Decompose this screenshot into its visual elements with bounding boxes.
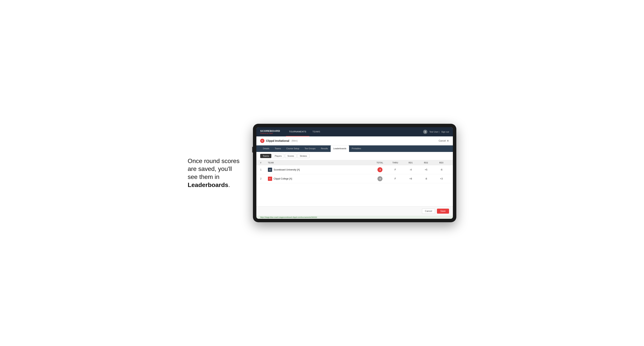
filter-teams-btn[interactable]: Teams [260, 154, 271, 158]
row1-score-badge: -5 [378, 167, 382, 172]
tablet-frame: SCOREBOARD Powered by clippd TOURNAMENTS… [253, 124, 456, 222]
sidebar-text-main: Once round scores are saved, you'll see … [188, 158, 240, 180]
user-avatar: S [423, 130, 427, 134]
logo-powered: Powered by clippd [260, 132, 280, 134]
sign-out-link[interactable]: Sign out [441, 131, 449, 133]
tab-results[interactable]: Results [318, 145, 331, 152]
row1-rd2: +5 [418, 169, 434, 171]
table-row: 2 C Clippd College [A] +3 F +8 -8 +3 [256, 174, 453, 183]
table-header: # TEAM TOTAL THRU RD1 RD2 RD3 [256, 160, 453, 165]
user-name: Test User | [429, 131, 439, 133]
table-row: 1 SU Scoreboard University [A] -5 F -4 +… [256, 165, 453, 174]
tournament-type: (Men) [292, 140, 298, 142]
nav-right: S Test User | Sign out [423, 130, 449, 134]
logo-area: SCOREBOARD Powered by clippd [260, 130, 280, 134]
table-spacer [256, 183, 453, 206]
row2-team-logo: C [268, 177, 272, 181]
tab-printables[interactable]: Printables [349, 145, 364, 152]
row2-team-cell: C Clippd College [A] [268, 177, 372, 181]
sub-tabs: Details Teams Course Setup Tee Groups Re… [256, 145, 453, 152]
col-rank: # [260, 162, 268, 164]
col-rd3: RD3 [434, 162, 449, 164]
row2-rd1: +8 [403, 177, 418, 180]
tab-details[interactable]: Details [260, 145, 272, 152]
logo-text: SCOREBOARD [260, 130, 280, 132]
nav-link-tournaments[interactable]: TOURNAMENTS [286, 127, 309, 136]
tournament-title-area: C Clippd Invitational (Men) [260, 139, 298, 143]
status-bar: https://stage-blue-coach.stagescoreboard… [256, 216, 453, 219]
filter-players-btn[interactable]: Players [272, 154, 284, 158]
sidebar-description: Once round scores are saved, you'll see … [188, 157, 242, 189]
row2-rd3: +3 [434, 177, 449, 180]
row2-rd2: -8 [418, 177, 434, 180]
tab-leaderboards[interactable]: Leaderboards [331, 145, 349, 152]
cancel-x-icon: ✕ [447, 139, 449, 142]
footer-cancel-btn[interactable]: Cancel [422, 208, 435, 214]
footer-bar: Cancel Save [256, 206, 453, 216]
tournament-header: C Clippd Invitational (Men) Cancel ✕ [256, 136, 453, 145]
cancel-label: Cancel [439, 140, 446, 142]
sidebar-text-bold: Leaderboards [188, 181, 228, 188]
col-rd2: RD2 [418, 162, 434, 164]
footer-save-btn[interactable]: Save [437, 209, 449, 214]
col-team: TEAM [268, 162, 372, 164]
row1-rd1: -4 [403, 169, 418, 171]
tournament-cancel-btn[interactable]: Cancel ✕ [439, 139, 449, 142]
leaderboard-table: # TEAM TOTAL THRU RD1 RD2 RD3 1 SU Score… [256, 160, 453, 183]
nav-links: TOURNAMENTS TEAMS [286, 127, 419, 136]
row1-total: -5 [372, 167, 388, 172]
row2-team-name: Clippd College [A] [274, 177, 292, 180]
row1-rd3: -6 [434, 169, 449, 171]
col-total: TOTAL [372, 162, 388, 164]
tournament-name: Clippd Invitational [266, 139, 289, 142]
row1-thru: F [388, 169, 403, 171]
status-url: https://stage-blue-coach.stagescoreboard… [260, 216, 317, 218]
nav-link-teams[interactable]: TEAMS [309, 127, 323, 136]
col-thru: THRU [388, 162, 403, 164]
tab-course-setup[interactable]: Course Setup [284, 145, 302, 152]
filter-strokes-btn[interactable]: Strokes [297, 154, 309, 158]
tablet-side-button [252, 147, 253, 153]
tab-tee-groups[interactable]: Tee Groups [302, 145, 318, 152]
row2-score-badge: +3 [378, 176, 382, 181]
filter-scores-btn[interactable]: Scores [285, 154, 296, 158]
col-rd1: RD1 [403, 162, 418, 164]
tournament-icon: C [260, 139, 264, 143]
filter-row: Teams Players Scores Strokes [256, 152, 453, 160]
row2-rank: 2 [260, 177, 268, 180]
row2-thru: F [388, 177, 403, 180]
top-navigation: SCOREBOARD Powered by clippd TOURNAMENTS… [256, 127, 453, 136]
tab-teams[interactable]: Teams [272, 145, 284, 152]
row1-team-cell: SU Scoreboard University [A] [268, 168, 372, 172]
row2-total: +3 [372, 176, 388, 181]
tablet-screen: SCOREBOARD Powered by clippd TOURNAMENTS… [256, 127, 453, 219]
row1-rank: 1 [260, 169, 268, 171]
row1-team-name: Scoreboard University [A] [274, 169, 300, 171]
row1-team-logo: SU [268, 168, 272, 172]
